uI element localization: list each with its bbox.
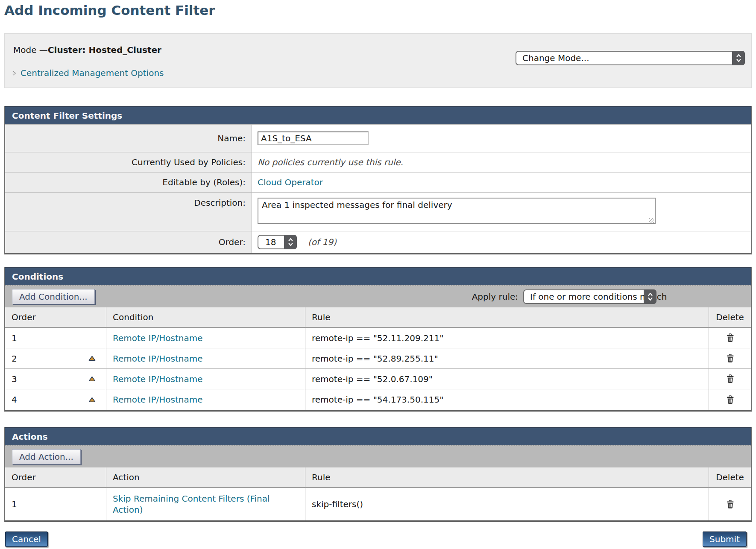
name-row: Name:	[5, 124, 751, 152]
mode-line: Mode —Cluster: Hosted_Cluster	[13, 45, 161, 55]
move-up-arrow-icon	[88, 356, 96, 361]
action-row-delete	[709, 488, 751, 520]
change-mode-select[interactable]: Change Mode...	[516, 51, 745, 65]
action-row-order: 1	[5, 488, 106, 520]
conditions-toolbar: Add Condition... Apply rule: If one or m…	[5, 285, 751, 307]
roles-row: Editable by (Roles): Cloud Operator	[5, 172, 751, 192]
policies-label: Currently Used by Policies:	[5, 152, 252, 172]
move-up-button[interactable]	[88, 376, 96, 382]
conditions-table: Order Condition Rule Delete 1 Remote IP/…	[5, 307, 751, 410]
conditions-section-header: Conditions	[5, 267, 751, 285]
mode-panel: Mode —Cluster: Hosted_Cluster Centralize…	[4, 33, 752, 88]
actions-col-order: Order	[5, 467, 106, 488]
condition-row-rule: remote-ip == "52.11.209.211"	[305, 328, 709, 348]
delete-action-button[interactable]	[726, 500, 734, 509]
condition-order-number: 1	[12, 333, 17, 343]
condition-row-delete	[709, 348, 751, 369]
conditions-col-order: Order	[5, 307, 106, 328]
condition-row-condition: Remote IP/Hostname	[106, 389, 305, 410]
name-input[interactable]	[258, 131, 369, 145]
condition-row-rule: remote-ip == "52.0.67.109"	[305, 369, 709, 389]
condition-order-number: 3	[12, 374, 17, 384]
actions-toolbar: Add Action...	[5, 445, 751, 467]
footer-bar: Cancel Submit	[5, 531, 747, 547]
condition-row-rule: remote-ip == "54.173.50.115"	[305, 389, 709, 410]
condition-order-number: 4	[12, 394, 17, 405]
change-mode-selected-value: Change Mode...	[522, 53, 589, 63]
actions-section-header: Actions	[5, 427, 751, 445]
disclosure-triangle-icon	[12, 68, 16, 78]
policies-value: No policies currently use this rule.	[258, 157, 403, 167]
add-action-button[interactable]: Add Action...	[12, 449, 81, 464]
condition-row-order: 1	[5, 328, 106, 348]
trash-icon	[726, 374, 734, 383]
action-link[interactable]: Skip Remaining Content Filters (Final Ac…	[113, 493, 279, 515]
condition-row-delete	[709, 369, 751, 389]
content-filter-settings-section: Content Filter Settings Name: Currently …	[4, 106, 752, 254]
actions-section: Actions Add Action... Order Action Rule …	[4, 427, 752, 522]
settings-section-header: Content Filter Settings	[5, 106, 751, 124]
condition-link[interactable]: Remote IP/Hostname	[113, 353, 202, 364]
move-up-button[interactable]	[88, 397, 96, 403]
policies-row: Currently Used by Policies: No policies …	[5, 152, 751, 172]
trash-icon	[726, 500, 734, 509]
select-stepper-chevrons-icon	[644, 289, 656, 304]
apply-rule-group: Apply rule: If one or more conditions ma…	[472, 289, 656, 304]
order-selected-value: 18	[265, 237, 276, 247]
order-total: (of 19)	[308, 237, 337, 247]
action-row-action: Skip Remaining Content Filters (Final Ac…	[106, 488, 305, 520]
condition-link[interactable]: Remote IP/Hostname	[113, 333, 202, 343]
conditions-col-delete: Delete	[709, 307, 751, 328]
condition-row-rule: remote-ip == "52.89.255.11"	[305, 348, 709, 369]
condition-order-number: 2	[12, 353, 17, 364]
delete-condition-button[interactable]	[726, 395, 734, 404]
actions-table: Order Action Rule Delete 1 Skip Remainin…	[5, 467, 751, 520]
submit-button[interactable]: Submit	[703, 531, 747, 547]
mode-label: Mode —	[13, 45, 48, 55]
condition-row-order: 3	[5, 369, 106, 389]
cancel-button[interactable]: Cancel	[5, 531, 48, 547]
order-select[interactable]: 18	[258, 235, 297, 249]
condition-row-order: 2	[5, 348, 106, 369]
condition-link[interactable]: Remote IP/Hostname	[113, 374, 202, 384]
condition-row-delete	[709, 328, 751, 348]
roles-label: Editable by (Roles):	[5, 172, 252, 192]
condition-link[interactable]: Remote IP/Hostname	[113, 394, 202, 405]
name-label: Name:	[5, 125, 252, 152]
centralized-management-options-link[interactable]: Centralized Management Options	[12, 68, 164, 78]
delete-condition-button[interactable]	[726, 333, 734, 342]
centralized-management-options-label: Centralized Management Options	[21, 68, 164, 78]
condition-row-order: 4	[5, 389, 106, 410]
trash-icon	[726, 333, 734, 342]
trash-icon	[726, 395, 734, 404]
mode-value: Cluster: Hosted_Cluster	[48, 45, 161, 55]
condition-row-delete	[709, 389, 751, 410]
trash-icon	[726, 354, 734, 363]
description-textarea[interactable]: Area 1 inspected messages for final deli…	[258, 198, 656, 224]
description-label: Description:	[5, 193, 252, 231]
description-row: Description: Area 1 inspected messages f…	[5, 192, 751, 231]
move-up-arrow-icon	[88, 397, 96, 403]
order-row: Order: 18 (of 19)	[5, 231, 751, 253]
action-order-number: 1	[12, 499, 17, 509]
action-row-rule: skip-filters()	[305, 488, 709, 520]
move-up-button[interactable]	[88, 356, 96, 361]
delete-condition-button[interactable]	[726, 354, 734, 363]
condition-row-condition: Remote IP/Hostname	[106, 348, 305, 369]
add-condition-button[interactable]: Add Condition...	[12, 289, 95, 304]
conditions-col-condition: Condition	[106, 307, 305, 328]
conditions-col-rule: Rule	[305, 307, 709, 328]
move-up-arrow-icon	[88, 376, 96, 382]
apply-rule-select[interactable]: If one or more conditions match	[523, 289, 656, 304]
cloud-operator-link[interactable]: Cloud Operator	[258, 177, 323, 187]
actions-col-action: Action	[106, 467, 305, 488]
actions-col-delete: Delete	[709, 467, 751, 488]
select-stepper-chevrons-icon	[284, 235, 297, 249]
delete-condition-button[interactable]	[726, 374, 734, 383]
select-stepper-chevrons-icon	[732, 51, 745, 65]
apply-rule-label: Apply rule:	[472, 292, 518, 302]
order-label: Order:	[5, 231, 252, 253]
condition-row-condition: Remote IP/Hostname	[106, 369, 305, 389]
page-title: Add Incoming Content Filter	[4, 3, 756, 18]
actions-col-rule: Rule	[305, 467, 709, 488]
